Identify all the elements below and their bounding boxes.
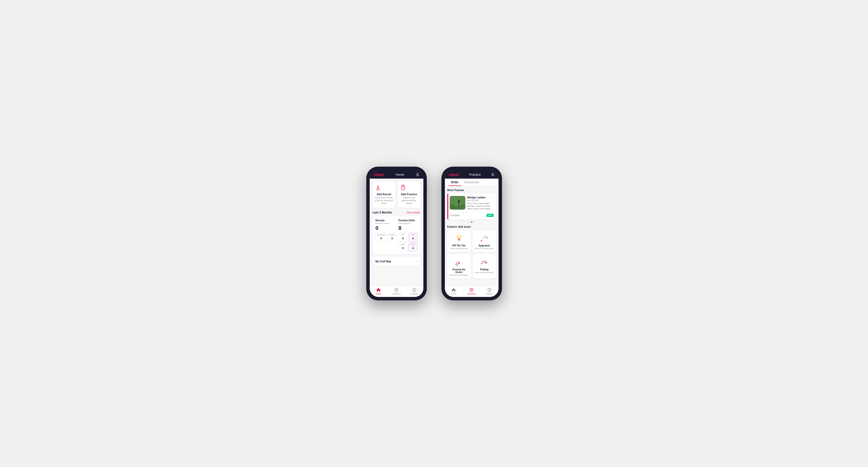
svg-line-22	[456, 236, 459, 240]
rounds-total: 0	[376, 225, 397, 231]
nav-activities-1[interactable]: Activities	[388, 288, 405, 295]
home-bottom-nav: Home Activities	[370, 286, 423, 297]
svg-line-23	[457, 235, 459, 240]
app-box: APP 4	[408, 233, 417, 242]
svg-point-39	[481, 263, 482, 264]
svg-point-35	[457, 265, 458, 266]
practice-label: Practice	[389, 234, 395, 236]
dot-2	[471, 221, 472, 223]
svg-point-30	[486, 238, 487, 239]
nav-home-2[interactable]: Home	[445, 288, 463, 295]
chevron-right-icon: ›	[416, 259, 417, 263]
app-badge: APP	[487, 214, 493, 217]
practice-val: 0	[392, 237, 393, 240]
ott-box: OTT 0	[399, 233, 407, 242]
off-the-tee-icon	[449, 232, 469, 243]
ott-label: OTT	[400, 234, 406, 236]
svg-line-26	[459, 236, 462, 240]
tournament-box: Tournament 0	[376, 233, 387, 242]
menu-icon-2[interactable]: ☰	[491, 173, 494, 177]
add-practice-title: Add Practice	[400, 193, 418, 196]
star-icon[interactable]: ☆	[491, 196, 494, 199]
putt-val: 4	[412, 247, 414, 250]
svg-point-38	[482, 261, 483, 262]
tournament-label: Tournament	[377, 234, 386, 236]
menu-icon-1[interactable]: ☰	[416, 173, 419, 177]
carousel-dots	[447, 221, 496, 223]
last-3-months-label: Last 3 Months	[373, 211, 393, 214]
off-the-tee-title: Off The Tee	[449, 244, 469, 247]
rounds-title: Rounds	[376, 219, 397, 222]
nav-activities-label-1: Activities	[392, 292, 401, 295]
arg-box: ARG 0	[399, 243, 407, 251]
skills-grid: Off The Tee Power and accuracy	[447, 230, 496, 279]
golf-bag-row[interactable]: My Golf Bag ›	[373, 257, 421, 266]
add-round-icon	[375, 184, 393, 191]
nav-capture-label-1: Capture	[410, 292, 418, 295]
svg-point-42	[487, 262, 488, 263]
nav-capture-label-2: Capture	[486, 292, 493, 295]
dot-3	[473, 221, 475, 223]
arg-label: ARG	[400, 244, 406, 245]
nav-activities-2[interactable]: Activities	[463, 288, 480, 295]
quick-actions: Add Round Record your shots in fast or e…	[373, 182, 421, 208]
add-round-desc: Record your shots in fast or enhanced mo…	[375, 196, 393, 205]
drill-subtitle: 50–100 yds	[467, 199, 494, 201]
dot-1	[468, 221, 470, 223]
skill-approach[interactable]: Approach Dial-in to hit the green	[473, 230, 496, 252]
view-activity-link[interactable]: View Activity	[407, 211, 420, 214]
svg-point-16	[454, 204, 461, 207]
stats-card: Rounds Rounds Capture 0 Tournament 0 Pra…	[373, 216, 421, 254]
around-the-green-title: Around the Green	[449, 268, 469, 274]
phone-practice: clippd Practice ☰ Drills Favourites Most…	[441, 167, 502, 300]
drills-total: 8	[399, 225, 417, 231]
svg-point-32	[487, 236, 488, 237]
most-popular-label: Most Popular	[447, 189, 496, 191]
arg-val: 0	[402, 247, 404, 250]
svg-point-28	[481, 240, 482, 242]
app-val: 4	[412, 237, 414, 240]
home-nav-icon-2	[452, 288, 456, 292]
skill-around-the-green[interactable]: Around the Green Hone your short game	[447, 254, 471, 279]
featured-drill-card[interactable]: ☆	[447, 193, 496, 219]
home-title: Home	[396, 173, 404, 177]
svg-marker-3	[377, 185, 379, 187]
add-practice-card[interactable]: Add Practice Capture your practice off-t…	[398, 182, 421, 208]
approach-desc: Dial-in to hit the green	[475, 247, 494, 250]
nav-home-label-2: Home	[451, 292, 457, 295]
putt-box: PUTT 4	[408, 243, 417, 251]
svg-point-34	[456, 264, 457, 265]
around-the-green-icon	[449, 256, 469, 267]
nav-capture-2[interactable]: Capture	[480, 288, 498, 295]
off-the-tee-desc: Power and accuracy	[449, 247, 469, 250]
tab-favourites[interactable]: Favourites	[461, 179, 482, 186]
activities-nav-icon-1	[394, 288, 399, 292]
skill-off-the-tee[interactable]: Off The Tee Power and accuracy	[447, 230, 471, 252]
putt-label: PUTT	[410, 244, 416, 245]
approach-title: Approach	[475, 244, 494, 247]
drills-col: Practice Drills Drills Capture 8 OTT 0 A…	[399, 219, 417, 251]
nav-capture-1[interactable]: Capture	[405, 288, 423, 295]
phone-home: clippd Home ☰ Add Rou	[366, 167, 427, 300]
nav-activities-label-2: Activities	[467, 292, 476, 295]
nav-home-1[interactable]: Home	[370, 288, 388, 295]
svg-point-31	[485, 235, 486, 236]
golf-bag-label: My Golf Bag	[376, 260, 391, 263]
svg-point-40	[485, 262, 487, 263]
activity-header: Last 3 Months View Activity	[373, 211, 421, 214]
tournament-val: 0	[380, 237, 382, 240]
add-practice-icon	[400, 184, 418, 191]
drills-capture-label: Drills Capture	[399, 222, 417, 224]
putting-title: Putting	[475, 268, 494, 271]
nav-home-label-1: Home	[376, 292, 381, 295]
practice-tabs: Drills Favourites	[445, 179, 499, 186]
capture-nav-icon-1	[412, 288, 416, 292]
add-round-card[interactable]: Add Round Record your shots in fast or e…	[373, 182, 395, 208]
skill-putting[interactable]: Putting Make and lag practice	[473, 254, 496, 279]
practice-top-bar: clippd Practice ☰	[445, 170, 499, 179]
tab-drills[interactable]: Drills	[448, 179, 461, 186]
practice-title: Practice	[469, 173, 481, 177]
putting-desc: Make and lag practice	[475, 271, 494, 274]
add-practice-desc: Capture your practice off-the-course	[400, 196, 418, 205]
svg-line-25	[459, 235, 461, 240]
